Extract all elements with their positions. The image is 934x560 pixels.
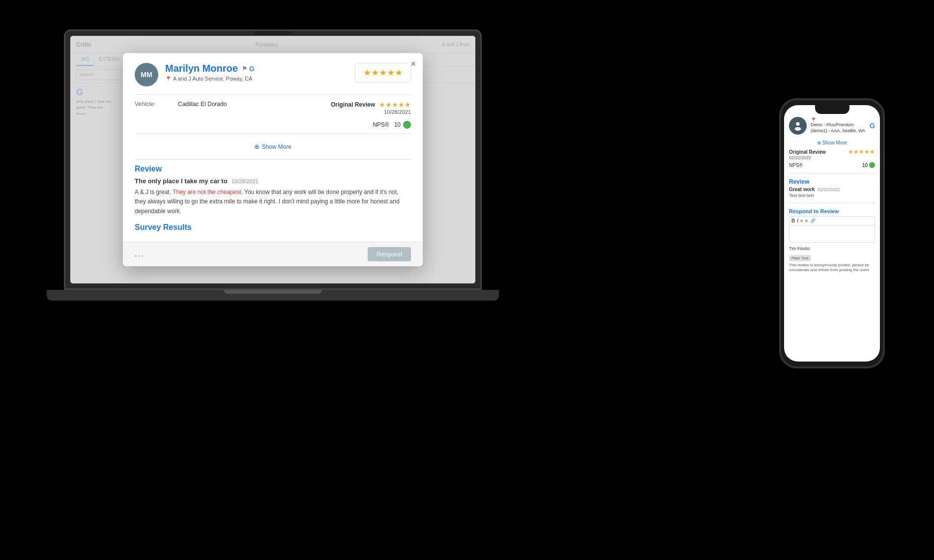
review-body-red: They are not the cheapest. (173, 189, 243, 196)
phone-nps-dot (869, 162, 875, 168)
toolbar-bold[interactable]: B (791, 218, 795, 224)
nps-badge (403, 121, 411, 129)
phone-orig-header: Original Review ★★★★★ (789, 148, 875, 155)
toolbar-italic[interactable]: I (797, 218, 798, 224)
original-review-label: Original Review (331, 101, 375, 108)
modal-overlay: MM Marilyn Monroe ⚑ G (70, 36, 475, 283)
phone-frame: 📍 Demo - Plus/Premium (demo1) - AAA, Sea… (779, 98, 885, 368)
phone-orig-section: Original Review ★★★★★ 02/22/2022 (789, 148, 875, 160)
user-icon (792, 120, 803, 131)
screen-background: Critic Reviews A and J Auto WS EXTERN...… (70, 36, 475, 283)
show-more-link[interactable]: Show More (135, 143, 411, 150)
laptop-notch (253, 31, 292, 35)
laptop: Critic Reviews A and J Auto WS EXTERN...… (64, 29, 482, 309)
phone-divider-1 (789, 173, 875, 173)
laptop-screen: Critic Reviews A and J Auto WS EXTERN...… (70, 36, 475, 283)
modal-close-button[interactable]: × (410, 59, 416, 69)
toolbar-link[interactable]: 🔗 (810, 218, 816, 224)
phone-profile-row: 📍 Demo - Plus/Premium (demo1) - AAA, Sea… (789, 117, 875, 135)
modal-stars-badge: ★★★★★ (355, 63, 411, 83)
modal-nps-row: NPS® 10 (135, 121, 411, 129)
phone-author: Tim Fiorito (789, 246, 875, 251)
modal-footer-dots: ... (135, 250, 144, 258)
modal-vehicle-left: Vehicle: Cadillac El Dorado (135, 101, 227, 108)
modal-header: MM Marilyn Monroe ⚑ G (123, 53, 423, 94)
review-body-plain: A & J is great. (135, 189, 173, 196)
modal-review-body: A & J is great. They are not the cheapes… (135, 188, 411, 216)
phone-divider-2 (789, 203, 875, 203)
phone-orig-date: 02/22/2022 (789, 155, 875, 160)
modal-vehicle-row: Vehicle: Cadillac El Dorado Original Rev… (135, 101, 411, 115)
nps-value-row: 10 (394, 121, 411, 129)
phone-review-body: Test test test (789, 193, 875, 198)
nps-label: NPS® (373, 121, 389, 128)
phone-respond-section-title: Respond to Review (789, 208, 875, 214)
phone-nps-value-text: 10 (862, 163, 868, 168)
phone-review-date: 02/22/2022 (817, 187, 840, 192)
toolbar-ol[interactable]: ≡ (805, 218, 808, 224)
phone-show-more-link[interactable]: ⊕ Show More (817, 140, 847, 145)
modal-name: Marilyn Monroe ⚑ G (165, 63, 355, 74)
phone-screen: 📍 Demo - Plus/Premium (demo1) - AAA, Sea… (784, 105, 880, 362)
modal-survey-section-title: Survey Results (135, 223, 411, 232)
phone-nps-val: 10 (862, 162, 875, 168)
phone-location: 📍 (811, 117, 866, 122)
google-icon: G (249, 65, 255, 73)
toolbar-ul[interactable]: ≡ (800, 218, 803, 224)
phone-orig-stars: ★★★★★ (848, 148, 875, 155)
modal-review-section-title: Review (135, 165, 411, 173)
laptop-frame: Critic Reviews A and J Auto WS EXTERN...… (64, 29, 482, 290)
nps-value-text: 10 (394, 121, 401, 128)
phone: 📍 Demo - Plus/Premium (demo1) - AAA, Sea… (779, 98, 885, 368)
modal-name-icons: ⚑ G (242, 65, 255, 73)
location-pin-icon: 📍 (165, 76, 171, 82)
phone-nps-row: NPS® 10 (789, 162, 875, 168)
phone-show-more: ⊕ Show More (789, 138, 875, 146)
respond-button[interactable]: Respond (368, 247, 411, 261)
modal-original-review: Original Review ★★★★★ 10/28/2021 (331, 101, 411, 115)
phone-screen-inner: 📍 Demo - Plus/Premium (demo1) - AAA, Sea… (784, 105, 880, 362)
phone-review-title-row: Great work 02/22/2022 (789, 187, 875, 192)
modal-divider-2 (135, 134, 411, 134)
original-review-date: 10/28/2021 (331, 109, 411, 115)
phone-avatar (789, 117, 807, 135)
phone-plain-text-button[interactable]: Plain Text (789, 255, 811, 261)
svg-point-1 (795, 127, 801, 131)
phone-review-title: Great work (789, 187, 815, 192)
phone-orig-label: Original Review (789, 149, 826, 155)
phone-disclaimer: This review is anonymously posted, pleas… (789, 263, 875, 273)
modal-review-date: 10/28/2021 (232, 178, 259, 184)
phone-review-section-title: Review (789, 178, 875, 185)
phone-editor-toolbar: B I ≡ ≡ 🔗 (789, 216, 875, 225)
modal-footer: ... Respond (123, 242, 423, 266)
phone-notch (815, 105, 849, 114)
modal-avatar: MM (135, 63, 158, 86)
review-modal: MM Marilyn Monroe ⚑ G (123, 53, 423, 266)
vehicle-label: Vehicle: (135, 101, 174, 108)
flag-icon: ⚑ (242, 65, 247, 72)
stars-display: ★★★★★ (363, 68, 403, 78)
nps-right: NPS® 10 (373, 121, 411, 129)
modal-original-review-header: Original Review ★★★★★ (331, 101, 411, 109)
modal-review-title: The only place I take my car to (135, 177, 228, 185)
modal-divider-1 (135, 94, 411, 95)
phone-nps-label: NPS® (789, 163, 803, 168)
phone-profile-info: 📍 Demo - Plus/Premium (demo1) - AAA, Sea… (811, 117, 866, 134)
modal-review-title-row: The only place I take my car to 10/28/20… (135, 177, 411, 185)
phone-g-logo: G (870, 122, 875, 130)
modal-name-text: Marilyn Monroe (165, 63, 238, 74)
vehicle-value: Cadillac El Dorado (178, 101, 227, 108)
modal-location-text: A and J Auto Service, Poway, CA (173, 76, 252, 82)
modal-location: 📍 A and J Auto Service, Poway, CA (165, 76, 355, 82)
show-more-section: Show More (135, 139, 411, 154)
modal-body: Vehicle: Cadillac El Dorado Original Rev… (123, 94, 423, 242)
phone-response-textarea[interactable] (789, 225, 875, 243)
plus-icon: ⊕ (817, 140, 821, 145)
svg-point-0 (796, 122, 799, 126)
phone-business-name: Demo - Plus/Premium (demo1) - AAA, Seatt… (811, 122, 866, 134)
modal-name-section: Marilyn Monroe ⚑ G 📍 A and J Auto Servic… (165, 63, 355, 82)
laptop-base (47, 290, 499, 301)
phone-pin-icon: 📍 (811, 117, 816, 122)
original-review-stars: ★★★★★ (379, 101, 411, 109)
modal-divider-3 (135, 159, 411, 160)
